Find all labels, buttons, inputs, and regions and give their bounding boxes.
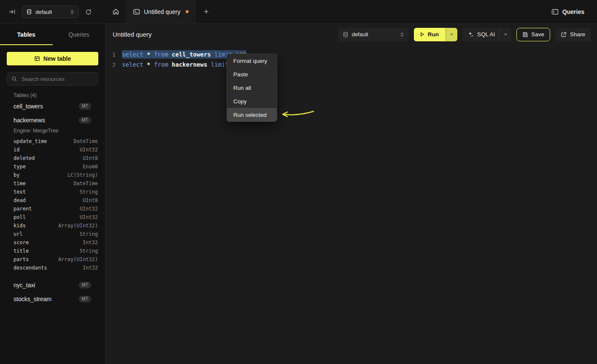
column-name: update_time: [14, 138, 47, 144]
topbar-tabs: Untitled query +: [105, 0, 216, 23]
column-type: String: [80, 231, 98, 237]
column-type: UInt8: [83, 197, 98, 203]
table-row-cell-towers[interactable]: cell_towers MT: [0, 99, 105, 113]
share-button-label: Share: [570, 31, 585, 38]
column-row: score Int32: [14, 238, 98, 247]
sql-ai-button[interactable]: SQL AI: [462, 28, 511, 41]
chevron-down-icon: [449, 32, 454, 37]
database-icon: [26, 9, 32, 15]
database-icon: [343, 32, 348, 38]
column-row: descendants Int32: [14, 264, 98, 272]
tab-home[interactable]: [105, 0, 126, 23]
column-name: title: [14, 248, 29, 254]
save-button[interactable]: Save: [516, 28, 550, 41]
table-row-stocks-stream[interactable]: stocks_stream MT: [0, 292, 105, 306]
column-name: parts: [14, 256, 29, 262]
column-name: deleted: [14, 155, 35, 161]
column-name: descendants: [14, 265, 47, 271]
menu-item-run-selected[interactable]: Run selected: [227, 108, 277, 121]
sidebar-tab-tables-label: Tables: [17, 31, 35, 38]
tab-untitled-query[interactable]: Untitled query: [126, 0, 196, 23]
sql-editor[interactable]: 1 select * from cell_towers limit 100 2 …: [105, 45, 597, 70]
column-name: url: [14, 231, 23, 237]
column-type: Int32: [83, 240, 98, 245]
chevron-down-icon: [500, 32, 511, 37]
menu-item-run-all[interactable]: Run all: [227, 81, 277, 94]
unsaved-indicator-dot: [186, 10, 189, 13]
column-row: text String: [14, 188, 98, 196]
collapse-sidebar-icon: [9, 8, 16, 15]
column-row: poll UInt32: [14, 213, 98, 221]
queries-button[interactable]: Queries: [549, 0, 587, 24]
run-options-button[interactable]: [446, 28, 457, 41]
column-type: UInt8: [83, 155, 98, 161]
engine-badge: MT: [79, 296, 91, 302]
table-row-hackernews[interactable]: hackernews MT: [0, 113, 105, 127]
menu-item-paste[interactable]: Paste: [227, 67, 277, 81]
add-tab-button[interactable]: +: [196, 0, 216, 23]
column-name: poll: [14, 214, 26, 220]
database-selector-value: default: [35, 9, 52, 15]
column-row: parent UInt32: [14, 205, 98, 213]
column-row: type Enum8: [14, 162, 98, 171]
column-name: time: [14, 181, 26, 186]
code-line-1[interactable]: 1 select * from cell_towers limit 100: [105, 49, 597, 59]
column-type: String: [80, 248, 98, 254]
search-input[interactable]: [21, 75, 94, 83]
engine-badge: MT: [79, 103, 91, 110]
toolbar-database-selector[interactable]: default: [338, 28, 409, 41]
toolbar-database-value: default: [352, 31, 368, 38]
column-row: title String: [14, 247, 98, 255]
column-name: parent: [14, 206, 32, 212]
page-title: Untitled query: [113, 31, 152, 38]
column-row: by LC(String): [14, 171, 98, 179]
tables-section-label: Tables (4): [14, 92, 98, 99]
queries-icon: [551, 8, 559, 15]
home-icon: [112, 8, 119, 15]
chevrons-updown-icon: [70, 9, 75, 14]
share-icon: [561, 32, 567, 38]
refresh-icon: [85, 9, 92, 15]
column-row: deleted UInt8: [14, 154, 98, 162]
column-name: kids: [14, 223, 26, 229]
query-icon: [133, 8, 140, 15]
run-button-label: Run: [428, 31, 439, 38]
context-menu: Format query Paste Run all Copy Run sele…: [227, 54, 277, 122]
column-row: url String: [14, 230, 98, 238]
run-button[interactable]: Run: [414, 28, 446, 41]
plus-icon: +: [204, 7, 208, 16]
sidebar: Tables Queries New table Tables (4) cell…: [0, 24, 105, 364]
column-type: UInt32: [80, 214, 98, 220]
column-list: update_time DateTime id UInt32 deleted U…: [0, 137, 105, 275]
line-number: 1: [105, 51, 116, 58]
sidebar-tab-queries[interactable]: Queries: [53, 24, 105, 45]
column-name: id: [14, 147, 19, 153]
database-selector[interactable]: default: [22, 5, 79, 18]
engine-label: Engine: MergeTree: [0, 127, 105, 137]
table-name: hackernews: [14, 117, 45, 124]
topbar-left: default: [0, 0, 105, 24]
code-line-2[interactable]: 2 select * from hackernews limit: [105, 59, 597, 70]
table-icon: [34, 56, 40, 62]
play-icon: [419, 32, 425, 37]
new-table-button[interactable]: New table: [7, 52, 98, 65]
column-type: Int32: [83, 265, 98, 271]
share-button[interactable]: Share: [555, 28, 591, 41]
column-type: Array(UInt32): [58, 223, 98, 229]
new-table-button-label: New table: [43, 55, 71, 62]
column-type: Array(UInt32): [58, 256, 98, 262]
toolbar: default Run: [338, 28, 591, 41]
sql-ai-button-label: SQL AI: [477, 31, 495, 38]
table-row-nyc-taxi[interactable]: nyc_taxi MT: [0, 278, 105, 292]
chevrons-updown-icon: [400, 32, 405, 37]
menu-item-format-query[interactable]: Format query: [227, 54, 277, 67]
collapse-sidebar-button[interactable]: [9, 8, 16, 15]
sidebar-tab-tables[interactable]: Tables: [0, 24, 53, 45]
column-name: text: [14, 189, 26, 195]
menu-item-copy[interactable]: Copy: [227, 94, 277, 108]
queries-button-label: Queries: [562, 8, 584, 15]
column-name: score: [14, 240, 29, 245]
tab-label: Untitled query: [144, 8, 180, 15]
refresh-button[interactable]: [85, 9, 92, 15]
table-name: stocks_stream: [14, 296, 51, 302]
